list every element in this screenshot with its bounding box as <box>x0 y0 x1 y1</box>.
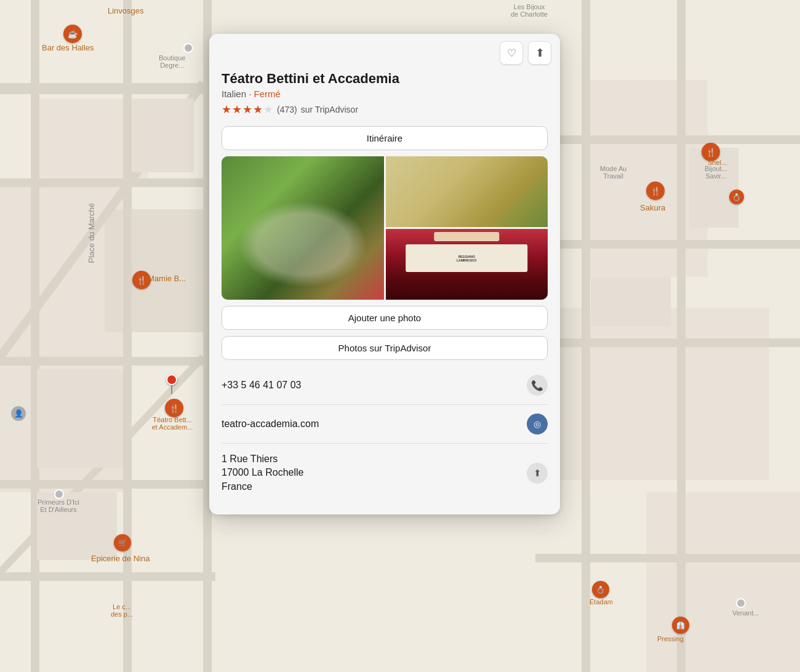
svg-rect-20 <box>677 0 686 672</box>
svg-rect-12 <box>535 135 800 144</box>
map-label-bijoux: Les Bijouxde Charlotte <box>511 3 548 18</box>
photo-main <box>222 156 384 300</box>
map-label-pressing: Pressing <box>657 635 684 642</box>
photo-grid: REGGIANO LAMBRUSCO <box>222 156 548 300</box>
map-label-bar-des-halles: Bar des Halles <box>42 43 94 52</box>
svg-rect-16 <box>31 0 39 672</box>
meta-separator: · <box>249 89 254 99</box>
map-label-venant: Venant... <box>732 609 759 617</box>
svg-rect-5 <box>646 492 800 672</box>
photo-bottom-right: REGGIANO LAMBRUSCO <box>386 229 548 300</box>
svg-rect-17 <box>123 0 132 672</box>
pin-etadam: 💍 <box>592 581 609 598</box>
pin-primeurs <box>54 489 64 499</box>
svg-rect-24 <box>37 369 123 468</box>
map-label-shel: Shel... <box>708 159 727 166</box>
itinerary-button[interactable]: Itinéraire <box>222 126 548 150</box>
svg-rect-26 <box>591 277 671 326</box>
phone-icon: 📞 <box>531 380 543 391</box>
tripadvisor-photos-button[interactable]: Photos sur TripAdvisor <box>222 336 548 360</box>
review-source: sur TripAdvisor <box>301 105 358 114</box>
website-url: teatro-accademia.com <box>222 417 319 431</box>
pin-boutique <box>183 43 193 53</box>
website-row: teatro-accademia.com ◎ <box>222 405 548 444</box>
share-icon: ⬆ <box>535 46 545 60</box>
svg-rect-23 <box>132 98 194 172</box>
star-rating: ★ ★ ★ ★ ★ <box>222 103 273 116</box>
phone-row: +33 5 46 41 07 03 📞 <box>222 366 548 405</box>
photo-top-right <box>386 156 548 227</box>
map-label-mamie-b: Mamie B... <box>148 274 186 283</box>
map-label-linvosges: Linvosges <box>108 6 144 15</box>
map-label-lec: Le c...des p... <box>111 603 133 618</box>
address-share-button[interactable]: ⬆ <box>527 463 548 484</box>
pin-teatro-restaurant: 🍴 <box>165 399 183 417</box>
add-photo-button[interactable]: Ajouter une photo <box>222 306 548 330</box>
pin-ring: 💍 <box>729 190 744 204</box>
stars-row: ★ ★ ★ ★ ★ (473) sur TripAdvisor <box>222 103 548 116</box>
svg-rect-14 <box>535 338 800 347</box>
map-label-etadam: Étadam <box>590 598 613 606</box>
address-line2: 17000 La Rochelle <box>222 467 303 478</box>
map-label-mode: Mode AuTravail <box>600 165 626 180</box>
detail-panel: ♡ ⬆ Téatro Bettini et Accademia Italien … <box>209 34 560 514</box>
star-1: ★ <box>222 103 231 116</box>
pin-epicerie: 🛒 <box>114 534 131 551</box>
compass-icon: ◎ <box>534 419 541 429</box>
star-5: ★ <box>263 103 273 116</box>
panel-header-buttons: ♡ ⬆ <box>209 34 560 68</box>
pin-bar-des-halles: ☕ <box>63 25 82 43</box>
website-button[interactable]: ◎ <box>527 414 548 434</box>
map-label-primeurs: Primeurs D'IciEt D'Ailleurs <box>18 498 98 513</box>
star-4: ★ <box>253 103 263 116</box>
pin-sakura: 🍴 <box>646 182 665 200</box>
cuisine-label: Italien <box>222 89 246 99</box>
map-label-boutique: BoutiqueDegre... <box>159 54 185 69</box>
address-line3: France <box>222 481 252 492</box>
svg-rect-6 <box>105 209 203 332</box>
star-3: ★ <box>242 103 252 116</box>
favorite-button[interactable]: ♡ <box>500 41 523 65</box>
map-label-teatro: Téatro Bett...et Accadem... <box>135 416 209 431</box>
location-share-icon: ⬆ <box>534 468 542 479</box>
address: 1 Rue Thiers 17000 La Rochelle France <box>222 452 303 494</box>
place-name: Téatro Bettini et Accademia <box>222 71 548 87</box>
panel-body: Téatro Bettini et Accademia Italien · Fe… <box>209 68 560 514</box>
pin-teatro-bettini <box>166 374 177 394</box>
place-meta: Italien · Fermé <box>222 89 548 99</box>
pin-venant <box>736 598 746 608</box>
share-button[interactable]: ⬆ <box>528 41 551 65</box>
heart-icon: ♡ <box>507 47 516 60</box>
svg-rect-13 <box>535 240 800 249</box>
address-row: 1 Rue Thiers 17000 La Rochelle France ⬆ <box>222 444 548 502</box>
svg-rect-19 <box>582 0 590 672</box>
map-label-bijouterie: Bijout...Savir... <box>705 165 727 180</box>
map-label-sakura: Sakura <box>640 203 665 212</box>
address-line1: 1 Rue Thiers <box>222 454 278 464</box>
review-count: (473) <box>277 105 297 114</box>
call-button[interactable]: 📞 <box>527 375 548 396</box>
status-badge: Fermé <box>254 89 281 99</box>
map-label-epicerie: Epicerie de Nina <box>91 554 150 563</box>
map-label-place-du-marche: Place du Marché <box>87 203 96 263</box>
pin-person: 👤 <box>11 406 26 421</box>
pin-pressing: 👔 <box>672 617 689 634</box>
phone-number: +33 5 46 41 07 03 <box>222 378 301 392</box>
star-2: ★ <box>232 103 242 116</box>
svg-rect-15 <box>535 554 800 562</box>
